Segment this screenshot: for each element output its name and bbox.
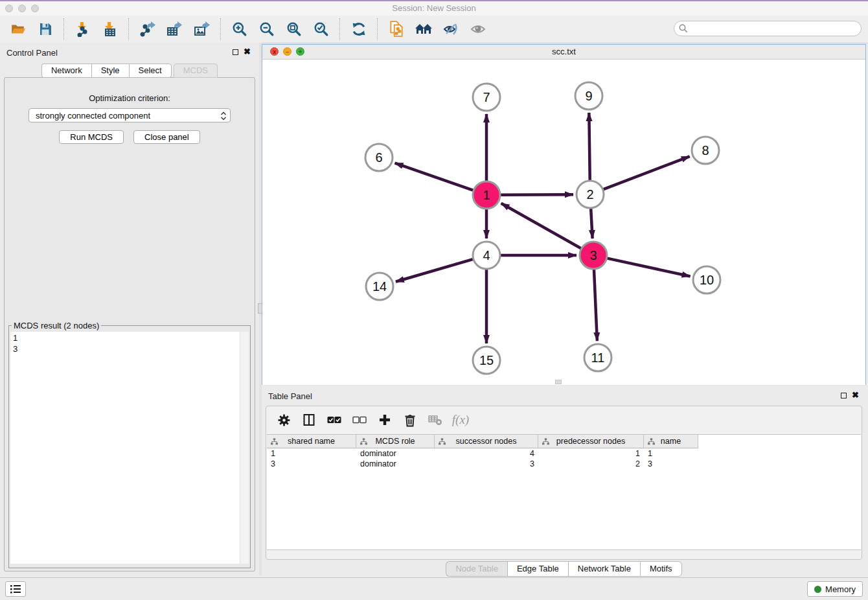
graph-node-15[interactable]: 15: [473, 347, 500, 374]
export-table-button[interactable]: [166, 20, 184, 38]
open-file-button[interactable]: [9, 20, 27, 38]
status-bar: Memory: [0, 577, 868, 600]
table-cell[interactable]: 1: [267, 448, 356, 459]
graph-node-1[interactable]: 1: [473, 181, 500, 209]
hide-selection-button[interactable]: [442, 20, 460, 38]
deselect-all-button[interactable]: [352, 413, 367, 427]
table-cell[interactable]: 2: [538, 459, 644, 469]
table-row[interactable]: 1dominator411: [267, 448, 861, 459]
graph-node-9[interactable]: 9: [575, 82, 602, 110]
add-column-button[interactable]: [378, 413, 392, 427]
graph-edge-2-9[interactable]: [589, 113, 589, 180]
delete-column-button[interactable]: [403, 413, 417, 427]
export-image-button[interactable]: [193, 20, 211, 38]
import-table-button[interactable]: [101, 20, 119, 38]
home-button[interactable]: [415, 20, 433, 38]
import-network-button[interactable]: [74, 20, 92, 38]
graph-edge-3-11[interactable]: [594, 270, 597, 341]
mcds-result-text[interactable]: 1 3: [10, 332, 249, 564]
table-row[interactable]: 3dominator323: [267, 459, 861, 469]
table-panel-title: Table Panel: [268, 391, 312, 401]
network-graph[interactable]: 7968124314101511: [262, 60, 865, 385]
show-columns-button[interactable]: [302, 413, 316, 427]
run-mcds-button[interactable]: Run MCDS: [59, 130, 124, 144]
zoom-out-button[interactable]: [258, 20, 276, 38]
plus-icon: [378, 413, 391, 426]
select-all-button[interactable]: [327, 413, 341, 427]
svg-text:10: 10: [700, 273, 714, 287]
control-tab-select[interactable]: Select: [129, 63, 172, 78]
optimization-select[interactable]: strongly connected component: [29, 108, 231, 122]
table-cell[interactable]: 3: [435, 459, 538, 469]
gear-icon: [277, 413, 291, 427]
table-cell[interactable]: 1: [538, 448, 644, 459]
memory-label: Memory: [825, 584, 856, 594]
table-cell[interactable]: dominator: [356, 459, 435, 469]
graph-node-11[interactable]: 11: [584, 344, 611, 371]
graph-node-2[interactable]: 2: [577, 181, 604, 208]
graph-node-3[interactable]: 3: [580, 242, 607, 269]
graph-node-7[interactable]: 7: [473, 84, 500, 111]
task-history-button[interactable]: [5, 581, 26, 597]
column-header-predecessor-nodes[interactable]: predecessor nodes: [538, 435, 644, 448]
graph-edge-2-8[interactable]: [604, 156, 690, 189]
main-toolbar: [0, 16, 868, 43]
table-close-icon[interactable]: ✖: [852, 390, 859, 400]
close-panel-icon[interactable]: ✖: [244, 47, 251, 57]
network-canvas[interactable]: 7968124314101511: [262, 60, 865, 385]
table-settings-button[interactable]: [277, 413, 291, 427]
control-tab-style[interactable]: Style: [91, 63, 129, 78]
table-cell[interactable]: 3: [267, 459, 356, 469]
graph-edge-4-14[interactable]: [396, 259, 473, 282]
table-cell[interactable]: dominator: [356, 448, 435, 459]
table-tab-node-table[interactable]: Node Table: [446, 561, 507, 577]
network-overview-button[interactable]: [387, 20, 405, 38]
graph-edge-1-2[interactable]: [501, 194, 573, 195]
column-header-successor-nodes[interactable]: successor nodes: [435, 435, 538, 448]
graph-node-8[interactable]: 8: [692, 137, 719, 164]
delete-table-button[interactable]: [428, 413, 442, 427]
open-folder-icon: [10, 22, 26, 36]
control-tab-network[interactable]: Network: [41, 63, 91, 78]
column-header-name[interactable]: name: [644, 435, 698, 448]
graph-edge-3-10[interactable]: [607, 259, 690, 277]
table-cell[interactable]: 4: [435, 448, 538, 459]
eye-slash-icon: [442, 22, 459, 36]
graph-edge-3-1[interactable]: [501, 203, 581, 248]
table-cell[interactable]: 1: [644, 448, 698, 459]
save-session-button[interactable]: [36, 20, 54, 38]
graph-node-14[interactable]: 14: [366, 273, 393, 300]
memory-button[interactable]: Memory: [807, 581, 863, 597]
column-header-shared-name[interactable]: shared name: [267, 435, 356, 448]
search-input[interactable]: [674, 21, 862, 36]
graph-node-10[interactable]: 10: [693, 266, 720, 294]
table-tab-network-table[interactable]: Network Table: [568, 561, 640, 577]
export-network-button[interactable]: [139, 20, 157, 38]
graph-edge-1-6[interactable]: [395, 163, 474, 190]
zoom-fit-button[interactable]: [285, 20, 303, 38]
svg-text:2: 2: [586, 187, 593, 202]
table-float-icon[interactable]: [841, 393, 847, 398]
refresh-icon: [351, 21, 367, 37]
control-tab-mcds[interactable]: MCDS: [174, 63, 218, 78]
table-tab-edge-table[interactable]: Edge Table: [507, 561, 568, 577]
hierarchy-icon: [647, 437, 656, 446]
function-builder-button[interactable]: f(x): [453, 413, 468, 427]
show-all-button[interactable]: [469, 20, 487, 38]
zoom-in-icon: [232, 21, 247, 37]
float-panel-icon[interactable]: [233, 49, 238, 55]
apply-layout-button[interactable]: [350, 20, 368, 38]
zoom-selected-button[interactable]: [312, 20, 330, 38]
close-panel-button[interactable]: Close panel: [133, 130, 200, 144]
document-share-icon: [389, 21, 404, 38]
graph-node-4[interactable]: 4: [473, 242, 500, 269]
table-tab-motifs[interactable]: Motifs: [640, 561, 682, 577]
table-cell[interactable]: 3: [644, 459, 698, 469]
graph-edge-2-3[interactable]: [591, 209, 592, 238]
network-window-title: scc.txt: [262, 47, 865, 56]
graph-node-6[interactable]: 6: [365, 144, 393, 171]
mcds-result-scrollbar[interactable]: [240, 332, 249, 564]
column-header-MCDS-role[interactable]: MCDS role: [356, 435, 435, 448]
zoom-in-button[interactable]: [231, 20, 249, 38]
canvas-bottom-grip[interactable]: [555, 380, 562, 384]
